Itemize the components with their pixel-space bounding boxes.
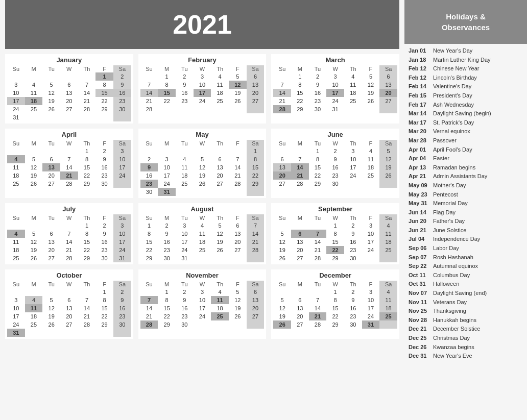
holiday-date: Feb 12	[409, 73, 433, 83]
calendar-day: 6	[273, 155, 291, 163]
calendar-day: 13	[42, 238, 60, 246]
holiday-row: Apr 13Ramadan begins	[409, 163, 523, 172]
holiday-name: Mother's Day	[433, 181, 466, 190]
calendar-day	[194, 105, 211, 113]
calendar-day: 10	[362, 296, 380, 304]
calendar-table: SuMTuWThFSa12345678910111213141516171819…	[140, 214, 265, 262]
calendar-day: 10	[7, 304, 25, 312]
calendar-day: 20	[60, 312, 78, 320]
calendar-day: 17	[113, 238, 131, 246]
calendar-day	[7, 288, 25, 296]
calendar-day: 28	[60, 180, 78, 188]
calendar-day: 31	[158, 188, 176, 196]
holiday-row: Sep 06Labor Day	[409, 244, 523, 253]
calendar-day: 20	[291, 246, 309, 254]
calendar-day: 9	[95, 155, 113, 163]
calendar-day: 8	[78, 230, 96, 238]
holiday-row: Feb 14Valentine's Day	[409, 82, 523, 91]
holiday-date: Nov 07	[409, 289, 433, 298]
calendar-day: 25	[344, 97, 362, 105]
calendar-day: 3	[158, 155, 176, 163]
month-block: AprilSuMTuWThFSa123456789101112131415161…	[5, 129, 133, 198]
holiday-date: Feb 17	[409, 101, 433, 110]
calendar-day: 20	[247, 304, 265, 312]
calendar-day: 27	[247, 97, 265, 105]
calendar-day: 3	[176, 221, 194, 230]
calendar-day: 11	[25, 89, 43, 97]
calendar-day: 31	[7, 329, 25, 337]
calendar-day: 11	[7, 238, 25, 246]
calendar-day: 19	[42, 97, 60, 105]
calendar-day	[25, 288, 43, 296]
calendar-day: 5	[362, 72, 380, 81]
calendar-day: 31	[7, 113, 25, 121]
calendar-day: 30	[326, 180, 344, 188]
calendar-day	[211, 254, 229, 262]
calendar-day: 3	[362, 221, 380, 230]
calendar-day: 27	[211, 180, 229, 188]
calendar-day	[291, 147, 309, 155]
calendar-day: 17	[194, 89, 211, 97]
calendar-day: 3	[362, 288, 380, 296]
calendar-day: 7	[60, 230, 78, 238]
calendar-day	[176, 188, 194, 196]
calendar-day: 9	[344, 230, 362, 238]
calendar-day	[379, 105, 397, 113]
holiday-name: Passover	[433, 136, 457, 145]
calendar-day: 20	[379, 89, 397, 97]
calendar-day: 20	[42, 171, 60, 180]
calendar-day	[379, 180, 397, 188]
calendar-day: 17	[176, 238, 194, 246]
calendar-day: 13	[379, 81, 397, 89]
calendar-day: 1	[326, 288, 344, 296]
holiday-name: Easter	[433, 154, 449, 163]
holiday-name: Thanksgiving	[433, 307, 466, 316]
calendar-day: 14	[229, 163, 247, 171]
calendar-day: 16	[113, 304, 131, 312]
calendar-day: 5	[273, 230, 291, 238]
calendar-day: 16	[95, 238, 113, 246]
calendar-day	[95, 329, 113, 337]
calendar-day: 10	[326, 81, 344, 89]
holiday-name: Veterans Day	[433, 298, 467, 307]
calendar-day: 22	[158, 97, 176, 105]
holiday-date: Nov 25	[409, 307, 433, 316]
holiday-name: Daylight Saving (begin)	[433, 109, 491, 118]
calendar-day: 6	[229, 221, 247, 230]
calendar-day: 29	[291, 105, 309, 113]
calendar-day: 4	[194, 221, 211, 230]
calendar-day	[344, 180, 362, 188]
calendar-day: 12	[362, 81, 380, 89]
calendar-day: 7	[247, 221, 265, 230]
calendar-day: 27	[291, 254, 309, 262]
calendar-day: 30	[113, 105, 131, 113]
calendar-day: 29	[78, 180, 96, 188]
holiday-date: Jul 04	[409, 235, 433, 244]
calendar-day: 2	[326, 147, 344, 155]
months-grid: JanuarySuMTuWThFSa1234567891011121314151…	[5, 54, 399, 339]
calendar-day: 29	[309, 180, 327, 188]
holiday-name: St. Patrick's Day	[433, 118, 474, 128]
calendar-day: 1	[309, 147, 327, 155]
holiday-date: Oct 31	[409, 280, 433, 289]
calendar-day	[229, 188, 247, 196]
calendar-day: 13	[247, 81, 265, 89]
calendar-day: 29	[326, 254, 344, 262]
calendar-day	[247, 105, 265, 113]
calendar-day: 24	[7, 105, 25, 113]
calendar-day: 26	[25, 180, 43, 188]
calendar-day: 16	[176, 304, 194, 312]
calendar-day: 2	[344, 288, 362, 296]
calendar-day: 7	[140, 81, 158, 89]
calendar-day	[273, 221, 291, 230]
calendar-day: 19	[42, 312, 60, 320]
calendar-day: 5	[25, 155, 43, 163]
calendar-day: 21	[78, 97, 96, 105]
calendar-day: 30	[140, 188, 158, 196]
calendar-day	[60, 329, 78, 337]
holiday-name: Hanukkah begins	[433, 316, 476, 325]
calendar-day	[78, 329, 96, 337]
calendar-day: 2	[113, 72, 131, 81]
calendar-day: 24	[326, 97, 344, 105]
calendar-day: 16	[344, 304, 362, 312]
